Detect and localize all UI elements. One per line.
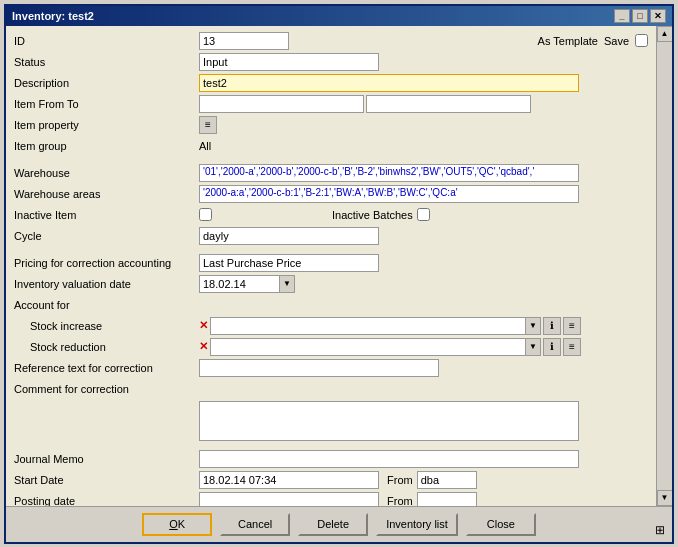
inv-val-date-row: Inventory valuation date ▼ <box>14 275 648 293</box>
description-label: Description <box>14 77 199 89</box>
ok-button[interactable]: OK <box>142 513 212 536</box>
as-template-label: As Template <box>538 35 598 47</box>
description-input[interactable] <box>199 74 579 92</box>
stock-increase-row: Stock increase ✕ ▼ ℹ ≡ <box>14 317 648 335</box>
item-from-to-row: Item From To <box>14 95 648 113</box>
item-property-icon-btn[interactable]: ≡ <box>199 116 217 134</box>
warehouse-row: Warehouse '01','2000-a','2000-b','2000-c… <box>14 164 648 182</box>
inv-val-date-dropdown-btn[interactable]: ▼ <box>279 275 295 293</box>
stock-reduction-label: Stock reduction <box>14 341 199 353</box>
inventory-list-label: Inventory list <box>386 518 448 530</box>
item-group-row: Item group All <box>14 137 648 155</box>
cycle-row: Cycle <box>14 227 648 245</box>
item-group-value: All <box>199 140 211 152</box>
inactive-row: Inactive Item Inactive Batches <box>14 206 648 224</box>
start-date-row: Start Date From <box>14 471 648 489</box>
resize-icon[interactable]: ⊞ <box>652 522 668 538</box>
delete-label: Delete <box>317 518 349 530</box>
titlebar: Inventory: test2 _ □ ✕ <box>6 6 672 26</box>
close-button-footer[interactable]: Close <box>466 513 536 536</box>
inv-val-date-input[interactable] <box>199 275 279 293</box>
main-window: Inventory: test2 _ □ ✕ ID As Template Sa… <box>4 4 674 544</box>
close-button[interactable]: ✕ <box>650 9 666 23</box>
item-to-input[interactable] <box>366 95 531 113</box>
from-input-1[interactable] <box>417 471 477 489</box>
content-area: ID As Template Save Status Description <box>6 26 672 506</box>
footer: OK Cancel Delete Inventory list Close ⊞ <box>6 506 672 542</box>
inactive-item-label: Inactive Item <box>14 209 199 221</box>
stock-increase-x[interactable]: ✕ <box>199 319 208 332</box>
stock-increase-label: Stock increase <box>14 320 199 332</box>
delete-button[interactable]: Delete <box>298 513 368 536</box>
pricing-label: Pricing for correction accounting <box>14 257 199 269</box>
stock-increase-menu-btn[interactable]: ≡ <box>563 317 581 335</box>
stock-reduction-dropdown: ▼ <box>210 338 541 356</box>
id-input[interactable] <box>199 32 289 50</box>
journal-memo-label: Journal Memo <box>14 453 199 465</box>
posting-date-row: Posting date From <box>14 492 648 506</box>
template-save-checkbox[interactable] <box>635 34 648 47</box>
stock-increase-info-btn[interactable]: ℹ <box>543 317 561 335</box>
cancel-button[interactable]: Cancel <box>220 513 290 536</box>
status-input[interactable] <box>199 53 379 71</box>
comment-textarea[interactable] <box>199 401 579 441</box>
stock-reduction-menu-btn[interactable]: ≡ <box>563 338 581 356</box>
cycle-input[interactable] <box>199 227 379 245</box>
item-from-to-label: Item From To <box>14 98 199 110</box>
form-area: ID As Template Save Status Description <box>6 26 656 506</box>
maximize-button[interactable]: □ <box>632 9 648 23</box>
inactive-item-checkbox[interactable] <box>199 208 212 221</box>
stock-reduction-info-btn[interactable]: ℹ <box>543 338 561 356</box>
comment-label: Comment for correction <box>14 383 199 395</box>
titlebar-buttons: _ □ ✕ <box>614 9 666 23</box>
inv-val-date-dropdown: ▼ <box>199 275 295 293</box>
ok-label: OK <box>169 518 185 530</box>
posting-date-label: Posting date <box>14 495 199 506</box>
posting-date-input[interactable] <box>199 492 379 506</box>
stock-increase-input[interactable] <box>210 317 525 335</box>
minimize-button[interactable]: _ <box>614 9 630 23</box>
window-title: Inventory: test2 <box>12 10 94 22</box>
status-row: Status <box>14 53 648 71</box>
reference-text-input[interactable] <box>199 359 439 377</box>
reference-text-label: Reference text for correction <box>14 362 199 374</box>
save-label: Save <box>604 35 629 47</box>
stock-reduction-x[interactable]: ✕ <box>199 340 208 353</box>
item-property-label: Item property <box>14 119 199 131</box>
scrollbar[interactable]: ▲ ▼ <box>656 26 672 506</box>
stock-increase-dropdown-btn[interactable]: ▼ <box>525 317 541 335</box>
comment-textarea-row <box>14 401 648 441</box>
inactive-batches-checkbox[interactable] <box>417 208 430 221</box>
start-date-label: Start Date <box>14 474 199 486</box>
template-save-section: As Template Save <box>538 34 648 47</box>
inventory-list-button[interactable]: Inventory list <box>376 513 458 536</box>
scroll-down-btn[interactable]: ▼ <box>657 490 673 506</box>
description-row: Description <box>14 74 648 92</box>
warehouse-areas-row: Warehouse areas '2000-a:a','2000-c-b:1',… <box>14 185 648 203</box>
stock-reduction-row: Stock reduction ✕ ▼ ℹ ≡ <box>14 338 648 356</box>
id-label: ID <box>14 35 199 47</box>
warehouse-areas-input[interactable]: '2000-a:a','2000-c-b:1','B-2:1','BW:A','… <box>199 185 579 203</box>
from-label-1: From <box>387 474 413 486</box>
item-from-input[interactable] <box>199 95 364 113</box>
warehouse-input[interactable]: '01','2000-a','2000-b','2000-c-b','B','B… <box>199 164 579 182</box>
start-date-input[interactable] <box>199 471 379 489</box>
scrollbar-track[interactable] <box>657 42 672 490</box>
pricing-input[interactable] <box>199 254 379 272</box>
warehouse-label: Warehouse <box>14 167 199 179</box>
stock-reduction-dropdown-btn[interactable]: ▼ <box>525 338 541 356</box>
item-group-label: Item group <box>14 140 199 152</box>
scroll-up-btn[interactable]: ▲ <box>657 26 673 42</box>
status-label: Status <box>14 56 199 68</box>
cancel-label: Cancel <box>238 518 272 530</box>
from-input-2[interactable] <box>417 492 477 506</box>
warehouse-areas-label: Warehouse areas <box>14 188 199 200</box>
journal-memo-input[interactable] <box>199 450 579 468</box>
stock-increase-dropdown: ▼ <box>210 317 541 335</box>
id-row: ID As Template Save <box>14 32 648 50</box>
hamburger-icon: ≡ <box>205 119 211 130</box>
stock-reduction-input[interactable] <box>210 338 525 356</box>
item-property-row: Item property ≡ <box>14 116 648 134</box>
account-for-label: Account for <box>14 299 199 311</box>
account-for-row: Account for <box>14 296 648 314</box>
